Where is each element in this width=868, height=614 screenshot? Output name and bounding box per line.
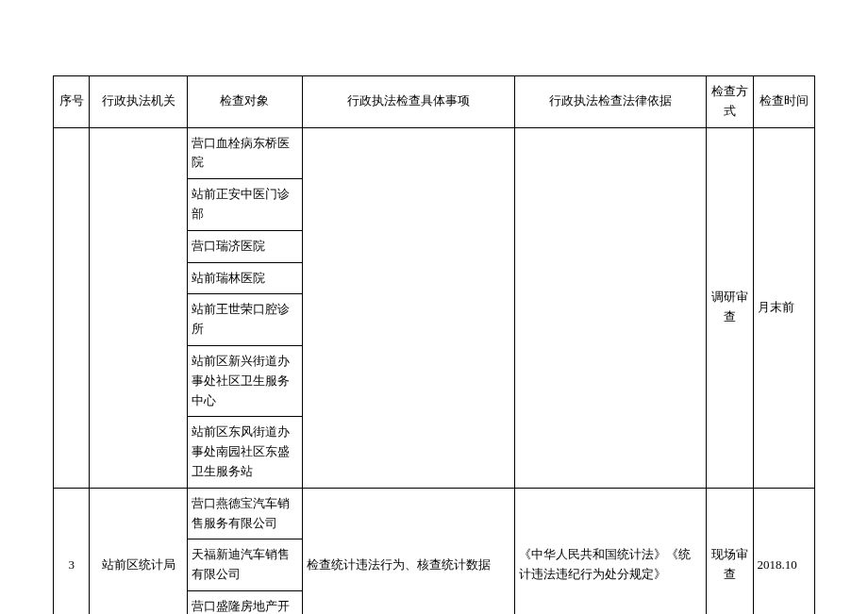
cell-target: 站前瑞林医院	[188, 262, 303, 294]
cell-target: 站前王世荣口腔诊所	[188, 294, 303, 346]
table-row: 营口血栓病东桥医院 调研审查 月末前	[54, 127, 815, 179]
cell-target: 天福新迪汽车销售有限公司	[188, 539, 303, 591]
table-row: 3 站前区统计局 营口燕德宝汽车销售服务有限公司 检查统计违法行为、核查统计数据…	[54, 488, 815, 539]
cell-matters	[302, 127, 514, 488]
cell-time: 月末前	[753, 127, 814, 488]
cell-target: 营口瑞济医院	[188, 230, 303, 262]
cell-target: 营口血栓病东桥医院	[188, 127, 303, 179]
cell-target: 站前正安中医门诊部	[188, 179, 303, 231]
cell-method: 调研审查	[707, 127, 754, 488]
cell-target: 站前区新兴街道办事处社区卫生服务中心	[188, 345, 303, 416]
cell-agency: 站前区统计局	[90, 488, 188, 614]
cell-method: 现场审查	[707, 488, 754, 614]
cell-time: 2018.10	[753, 488, 814, 614]
cell-agency	[90, 127, 188, 488]
header-basis: 行政执法检查法律依据	[515, 76, 707, 128]
cell-seq: 3	[54, 488, 90, 614]
cell-matters: 检查统计违法行为、核查统计数据	[302, 488, 514, 614]
cell-target: 营口盛隆房地产开发有限公司	[188, 590, 303, 614]
cell-basis: 《中华人民共和国统计法》《统计违法违纪行为处分规定》	[515, 488, 707, 614]
cell-target: 站前区东风街道办事处南园社区东盛卫生服务站	[188, 417, 303, 488]
header-row: 序号 行政执法机关 检查对象 行政执法检查具体事项 行政执法检查法律依据 检查方…	[54, 76, 815, 128]
header-agency: 行政执法机关	[90, 76, 188, 128]
enforcement-table: 序号 行政执法机关 检查对象 行政执法检查具体事项 行政执法检查法律依据 检查方…	[53, 75, 815, 614]
cell-target: 营口燕德宝汽车销售服务有限公司	[188, 488, 303, 539]
header-matters: 行政执法检查具体事项	[302, 76, 514, 128]
header-target: 检查对象	[188, 76, 303, 128]
cell-seq	[54, 127, 90, 488]
header-method: 检查方式	[707, 76, 754, 128]
cell-basis	[515, 127, 707, 488]
header-time: 检查时间	[753, 76, 814, 128]
header-seq: 序号	[54, 76, 90, 128]
